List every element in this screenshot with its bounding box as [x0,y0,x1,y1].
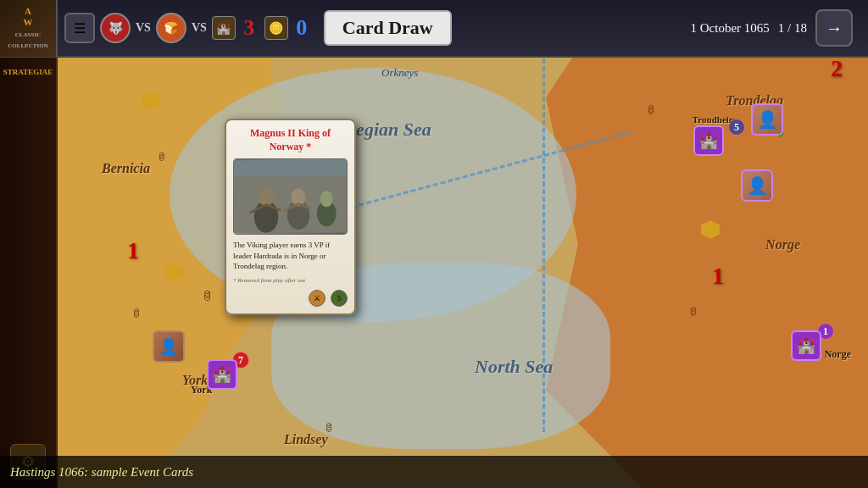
score-2: 0 [292,15,312,41]
shield-norway [701,220,720,239]
card-draw-label: Card Draw [324,10,452,46]
trondheim-castle-icon: 🏰 [699,131,718,150]
bottom-bar: Hastings 1066: sample Event Cards [0,456,868,488]
faction-icon-2[interactable]: 🍞 [156,13,186,43]
castle-icon: 🏰 [213,365,231,384]
score-box-1: 🏰 3 [212,15,259,41]
shield-bernicia [165,263,184,281]
svg-point-2 [259,187,275,207]
shield-north [142,92,160,110]
top-bar: AWCLASSICCOLLECTION ☰ 🐺 VS 🍞 VS 🏰 3 🪙 0 … [0,0,868,58]
norge-castle-icon: 🏰 [797,336,815,355]
vs-text-1: VS [136,21,151,35]
logo-area: AWCLASSICCOLLECTION [0,0,58,57]
norway-land [546,0,868,488]
norge-castle[interactable]: 🏰 [791,330,821,361]
svg-point-6 [291,189,305,207]
score-box-2: 🪙 0 [264,15,312,41]
card-title: Magnus II King of Norway * [233,127,348,153]
menu-icon: ☰ [74,20,86,36]
norge-leader[interactable]: 👤 [741,169,773,202]
card-artwork [234,159,347,234]
turn-counter: 1 / 18 [778,21,807,36]
barrel-england1: 🛢 [131,305,142,320]
norge-city-label: Norge [825,348,851,361]
leader-token-york[interactable]: 👤 [153,330,185,363]
svg-rect-11 [234,160,347,176]
card-image-inner [234,159,347,234]
barrel-lindsey: 🛢 [324,419,334,435]
card-sword-icon: ⚔ [309,290,326,307]
orkneys-label: Orkneys [381,66,418,80]
sidebar-logo: STRATEGIAE [3,68,53,78]
left-sidebar: STRATEGIAE ⚙ [0,0,58,488]
vs-text-2: VS [192,21,207,35]
barrel-york1: 🛢 [202,288,214,303]
trondheim-leader[interactable]: 👤 [751,103,783,136]
faction-icon-1[interactable]: 🐺 [100,13,131,43]
top-right-info: 1 October 1065 1 / 18 → [691,9,861,47]
card-panel[interactable]: Magnus II King of Norway * The Viki [225,119,356,315]
card-image [233,158,348,235]
map-container: Norwegian Sea North Sea Bernicia York Li… [0,0,868,488]
coin-score-icon: 🪙 [264,16,288,40]
barrel-north1: 🛢 [157,148,166,164]
score-1: 3 [239,15,259,41]
lindsey-label: Lindsey [284,432,328,447]
trondheim-unit-count: 5 [728,119,745,136]
logo-text: AWCLASSICCOLLECTION [8,6,47,51]
svg-point-10 [320,191,333,208]
next-button[interactable]: → [815,9,853,47]
bottom-status-text: Hastings 1066: sample Event Cards [10,465,193,480]
dashed-line-vertical [542,51,545,432]
card-body-text: The Viking player earns 3 VP if leader H… [233,240,348,272]
next-arrow-icon: → [826,19,843,38]
barrel-norway2: 🛢 [688,303,698,319]
card-value-icon: 5 [331,290,348,307]
card-icons-row: ⚔ 5 [233,290,348,307]
barrel-norway1: 🛢 [646,102,656,117]
trondheim-castle[interactable]: 🏰 [693,125,724,156]
date-display: 1 October 1065 [691,21,770,36]
top-bar-inner: ☰ 🐺 VS 🍞 VS 🏰 3 🪙 0 Card Draw 1 October … [58,9,868,47]
card-footer-text: * Removed from play after use [233,277,348,285]
castle-score-icon: 🏰 [212,16,236,40]
york-castle-token[interactable]: 🏰 [207,359,237,390]
menu-button[interactable]: ☰ [64,13,95,43]
